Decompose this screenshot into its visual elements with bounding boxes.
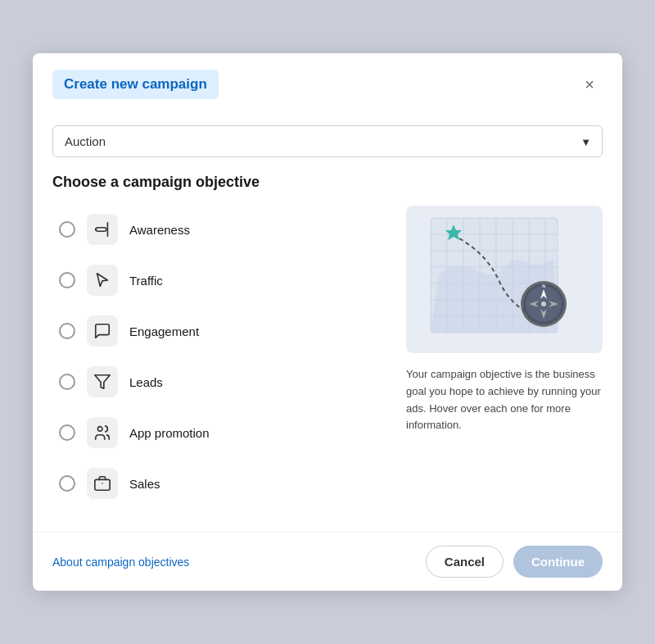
svg-point-1 xyxy=(98,427,103,432)
info-text: Your campaign objective is the business … xyxy=(406,366,603,434)
radio-traffic[interactable] xyxy=(59,272,75,288)
continue-button[interactable]: Continue xyxy=(513,546,603,578)
cancel-button[interactable]: Cancel xyxy=(426,546,504,578)
dropdown-container: Auction Reservation ▼ xyxy=(52,125,603,157)
svg-marker-0 xyxy=(95,375,110,389)
app-promotion-label: App promotion xyxy=(129,426,210,440)
briefcase-icon xyxy=(93,474,111,492)
modal-title: Create new campaign xyxy=(52,70,219,99)
sales-label: Sales xyxy=(129,477,160,491)
objective-item-sales[interactable]: Sales xyxy=(52,460,390,507)
engagement-label: Engagement xyxy=(129,324,199,338)
radio-sales[interactable] xyxy=(59,475,75,492)
sales-icon-box xyxy=(87,468,118,499)
radio-engagement[interactable] xyxy=(59,323,75,339)
filter-icon xyxy=(93,373,111,391)
radio-awareness[interactable] xyxy=(59,221,75,238)
illustration: N xyxy=(406,206,603,353)
modal-dialog: Create new campaign × Auction Reservatio… xyxy=(33,53,622,591)
leads-icon-box xyxy=(87,366,118,397)
section-title: Choose a campaign objective xyxy=(52,174,603,191)
svg-text:N: N xyxy=(542,283,545,288)
leads-label: Leads xyxy=(129,375,163,389)
modal-backdrop: Create new campaign × Auction Reservatio… xyxy=(0,0,655,644)
cursor-icon xyxy=(93,271,111,289)
modal-footer: About campaign objectives Cancel Continu… xyxy=(33,532,622,591)
modal-body: Auction Reservation ▼ Choose a campaign … xyxy=(33,112,622,524)
content-area: Awareness Traffic xyxy=(52,206,603,507)
objective-item-engagement[interactable]: Engagement xyxy=(52,307,390,355)
objective-item-awareness[interactable]: Awareness xyxy=(52,206,390,253)
traffic-label: Traffic xyxy=(129,274,163,288)
traffic-icon-box xyxy=(87,265,118,296)
megaphone-icon xyxy=(93,220,111,238)
footer-buttons: Cancel Continue xyxy=(426,546,603,578)
svg-point-26 xyxy=(541,302,546,306)
modal-header: Create new campaign × xyxy=(33,53,622,112)
objective-item-leads[interactable]: Leads xyxy=(52,358,390,406)
awareness-icon-box xyxy=(87,214,118,245)
auction-select[interactable]: Auction Reservation xyxy=(52,125,603,157)
awareness-label: Awareness xyxy=(129,223,190,237)
map-illustration: N xyxy=(422,210,586,349)
objectives-list: Awareness Traffic xyxy=(52,206,390,507)
chat-icon xyxy=(93,322,111,340)
dropdown-row: Auction Reservation ▼ xyxy=(52,125,603,157)
app-promotion-icon-box xyxy=(87,417,118,448)
objective-item-traffic[interactable]: Traffic xyxy=(52,256,390,304)
people-icon xyxy=(93,424,111,442)
close-button[interactable]: × xyxy=(576,71,603,98)
engagement-icon-box xyxy=(87,315,118,347)
radio-leads[interactable] xyxy=(59,374,75,390)
radio-app-promotion[interactable] xyxy=(59,424,75,441)
objective-item-app-promotion[interactable]: App promotion xyxy=(52,409,390,456)
info-panel: N Your campaign objective is the busines… xyxy=(406,206,603,507)
svg-rect-2 xyxy=(95,479,110,490)
about-link[interactable]: About campaign objectives xyxy=(52,556,189,569)
